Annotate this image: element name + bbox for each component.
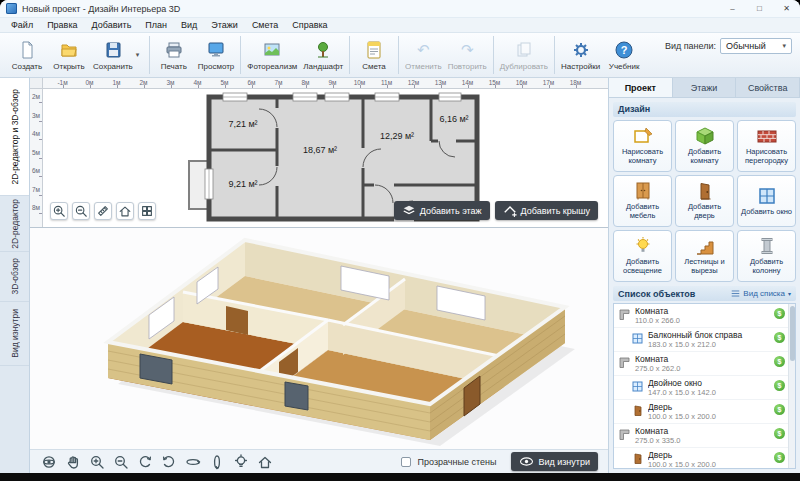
object-row-door[interactable]: Дверь100.0 x 15.0 x 200.0 $ bbox=[614, 448, 795, 469]
preview-button[interactable]: Просмотр bbox=[195, 34, 238, 76]
landscape-button[interactable]: Ландшафт bbox=[300, 34, 346, 76]
view-panel-select[interactable]: Обычный ▾ bbox=[720, 38, 792, 54]
rotate-ccw-button[interactable] bbox=[136, 453, 153, 470]
add-column-button[interactable]: Добавить колонну bbox=[737, 230, 796, 282]
room-area-label: 12,29 м² bbox=[380, 131, 414, 141]
left-tab-strip: 2D-редактор и 3D-обзор 2D-редактор 3D-об… bbox=[0, 78, 30, 473]
door-icon bbox=[631, 451, 644, 464]
rotate-cw-button[interactable] bbox=[160, 453, 177, 470]
new-button[interactable]: Создать bbox=[6, 34, 48, 76]
undo-button[interactable]: ↶ Отменить bbox=[402, 34, 445, 76]
plan-zoom-out-button[interactable] bbox=[72, 202, 90, 220]
sidebar-tab-2d[interactable]: 2D-редактор bbox=[0, 196, 29, 252]
list-view-selector[interactable]: Вид списка ▾ bbox=[731, 289, 791, 298]
add-window-button[interactable]: Добавить окно bbox=[737, 175, 796, 227]
add-room-button[interactable]: Добавить комнату bbox=[675, 120, 734, 172]
sidebar-tab-2d-3d[interactable]: 2D-редактор и 3D-обзор bbox=[0, 78, 29, 196]
tree-icon bbox=[313, 40, 333, 60]
object-list: Комната110.0 x 266.0 $ Балконный блок сп… bbox=[613, 303, 796, 469]
orbit-vertical-button[interactable] bbox=[208, 453, 225, 470]
object-row-room[interactable]: Комната275.0 x 262.0 $ bbox=[614, 352, 795, 376]
redo-button[interactable]: ↷ Повторить bbox=[445, 34, 490, 76]
estimate-flag-icon[interactable]: $ bbox=[774, 332, 785, 343]
minimize-button[interactable]: – bbox=[719, 0, 746, 17]
list-icon bbox=[731, 289, 740, 298]
estimate-flag-icon[interactable]: $ bbox=[774, 356, 785, 367]
open-button[interactable]: Открыть bbox=[48, 34, 90, 76]
orbit-horizontal-button[interactable] bbox=[184, 453, 201, 470]
sidebar-tab-inside[interactable]: Вид изнутри bbox=[0, 302, 29, 366]
print-button[interactable]: Печать bbox=[153, 34, 195, 76]
close-button[interactable]: ✕ bbox=[773, 0, 800, 17]
save-dropdown[interactable]: ▾ bbox=[136, 34, 146, 76]
draw-partition-button[interactable]: Нарисовать перегородку bbox=[737, 120, 796, 172]
zoom-in-button[interactable] bbox=[88, 453, 105, 470]
plan-add-buttons: Добавить этаж Добавить крышу bbox=[394, 201, 598, 220]
photorealism-button[interactable]: Фотореализм bbox=[244, 34, 300, 76]
lighting-button[interactable] bbox=[232, 453, 249, 470]
stairs-button[interactable]: Лестницы и вырезы bbox=[675, 230, 734, 282]
object-row-balcony-block[interactable]: Балконный блок справа183.0 x 15.0 x 212.… bbox=[614, 328, 795, 352]
estimate-flag-icon[interactable]: $ bbox=[774, 428, 785, 439]
zoom-out-button[interactable] bbox=[112, 453, 129, 470]
tutorial-button[interactable]: ? Учебник bbox=[603, 34, 645, 76]
draw-room-button[interactable]: Нарисовать комнату bbox=[613, 120, 672, 172]
menu-item-file[interactable]: Файл bbox=[4, 20, 40, 30]
view-3d-area[interactable] bbox=[30, 228, 608, 449]
menu-item-estimate[interactable]: Смета bbox=[245, 20, 285, 30]
scrollbar-thumb[interactable] bbox=[790, 306, 795, 361]
measure-button[interactable] bbox=[94, 202, 112, 220]
tab-properties[interactable]: Свойства bbox=[736, 78, 800, 97]
estimate-flag-icon[interactable]: $ bbox=[774, 308, 785, 319]
add-floor-button[interactable]: Добавить этаж bbox=[394, 201, 490, 220]
toolbar: Создать Открыть Сохранить ▾ Печать Просм… bbox=[0, 33, 800, 78]
menu-item-add[interactable]: Добавить bbox=[85, 20, 139, 30]
menu-item-plan[interactable]: План bbox=[138, 20, 174, 30]
menu-item-help[interactable]: Справка bbox=[285, 20, 334, 30]
estimate-button[interactable]: Смета bbox=[353, 34, 395, 76]
view-360-button[interactable] bbox=[40, 453, 57, 470]
object-row-room[interactable]: Комната110.0 x 266.0 $ bbox=[614, 304, 795, 328]
menu-item-floors[interactable]: Этажи bbox=[204, 20, 245, 30]
furniture-icon bbox=[632, 181, 654, 201]
estimate-flag-icon[interactable]: $ bbox=[774, 452, 785, 463]
room-icon bbox=[618, 307, 631, 320]
save-button[interactable]: Сохранить bbox=[90, 34, 136, 76]
settings-button[interactable]: Настройки bbox=[558, 34, 603, 76]
duplicate-button[interactable]: Дублировать bbox=[497, 34, 551, 76]
estimate-flag-icon[interactable]: $ bbox=[774, 380, 785, 391]
object-row-room[interactable]: Комната275.0 x 335.0 $ bbox=[614, 424, 795, 448]
objects-title: Список объектов bbox=[618, 289, 731, 299]
balcony-window-icon bbox=[631, 331, 644, 344]
object-row-window[interactable]: Двойное окно147.0 x 15.0 x 142.0 $ bbox=[614, 376, 795, 400]
add-door-button[interactable]: Добавить дверь bbox=[675, 175, 734, 227]
tab-project[interactable]: Проект bbox=[609, 78, 673, 97]
sidebar-tab-3d[interactable]: 3D-обзор bbox=[0, 252, 29, 302]
add-lighting-button[interactable]: Добавить освещение bbox=[613, 230, 672, 282]
inside-view-button[interactable]: Вид изнутри bbox=[511, 452, 598, 471]
add-furniture-button[interactable]: Добавить мебель bbox=[613, 175, 672, 227]
floors-icon bbox=[402, 204, 416, 217]
grid-button[interactable] bbox=[138, 202, 156, 220]
ruler-horizontal: -1м0м1м2м3м4м5м6м7м8м9м10м11м12м13м14м15… bbox=[43, 78, 608, 89]
estimate-flag-icon[interactable]: $ bbox=[774, 404, 785, 415]
maximize-button[interactable]: □ bbox=[746, 0, 773, 17]
room-icon bbox=[618, 427, 631, 440]
app-window: Новый проект - Дизайн Интерьера 3D – □ ✕… bbox=[0, 0, 800, 481]
home-view-button[interactable] bbox=[256, 453, 273, 470]
home-icon bbox=[118, 204, 132, 218]
window-icon bbox=[631, 379, 644, 392]
menu-item-view[interactable]: Вид bbox=[174, 20, 204, 30]
menu-item-edit[interactable]: Правка bbox=[40, 20, 84, 30]
plan-zoom-in-button[interactable] bbox=[50, 202, 68, 220]
list-scrollbar[interactable] bbox=[788, 304, 795, 468]
view-panel-value: Обычный bbox=[726, 41, 766, 51]
plan-2d-area[interactable]: -1м0м1м2м3м4м5м6м7м8м9м10м11м12м13м14м15… bbox=[30, 78, 608, 228]
tab-floors[interactable]: Этажи bbox=[673, 78, 737, 97]
object-row-door[interactable]: Дверь100.0 x 15.0 x 200.0 $ bbox=[614, 400, 795, 424]
transparent-walls-checkbox[interactable] bbox=[401, 457, 411, 467]
plan-home-button[interactable] bbox=[116, 202, 134, 220]
add-roof-button[interactable]: Добавить крышу bbox=[495, 201, 598, 220]
photo-icon bbox=[262, 40, 282, 60]
pan-button[interactable] bbox=[64, 453, 81, 470]
